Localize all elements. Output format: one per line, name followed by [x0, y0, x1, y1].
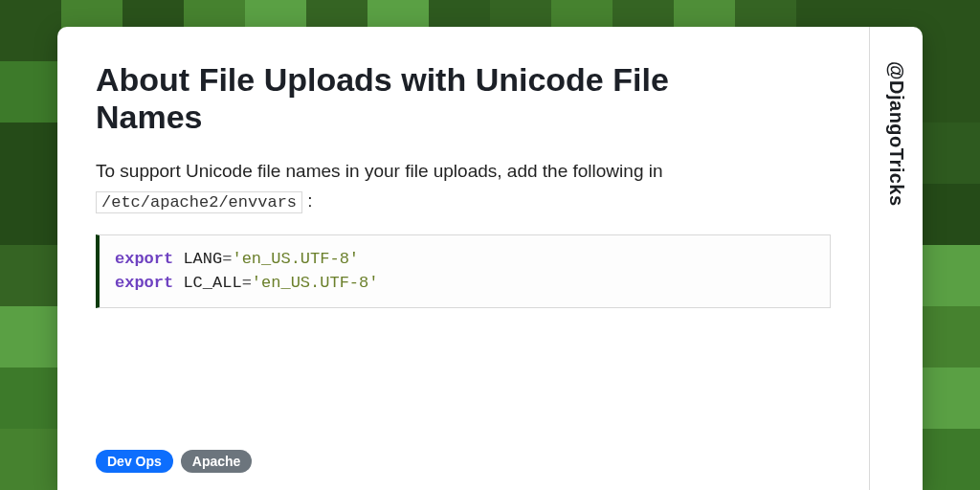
tag-apache[interactable]: Apache [181, 450, 253, 473]
article-card: About File Uploads with Unicode File Nam… [57, 27, 923, 490]
tag-row: Dev OpsApache [96, 450, 252, 473]
code-string: 'en_US.UTF-8' [252, 274, 379, 292]
code-operator: = [242, 274, 252, 292]
article-content: About File Uploads with Unicode File Nam… [57, 27, 869, 490]
sidebar: @DjangoTricks [869, 27, 923, 490]
code-line: export LANG='en_US.UTF-8' [115, 247, 814, 272]
article-lead: To support Unicode file names in your fi… [96, 157, 831, 215]
code-string: 'en_US.UTF-8' [232, 250, 359, 268]
code-identifier: LANG [183, 250, 222, 268]
code-operator: = [222, 250, 232, 268]
code-keyword: export [115, 250, 173, 268]
lead-text-post: : [307, 190, 312, 211]
code-line: export LC_ALL='en_US.UTF-8' [115, 271, 814, 296]
lead-text-pre: To support Unicode file names in your fi… [96, 161, 663, 181]
code-block: export LANG='en_US.UTF-8'export LC_ALL='… [96, 234, 831, 308]
code-keyword: export [115, 274, 173, 292]
article-title: About File Uploads with Unicode File Nam… [96, 61, 757, 136]
author-handle[interactable]: @DjangoTricks [885, 61, 907, 207]
config-path-code: /etc/apache2/envvars [96, 191, 302, 213]
code-identifier: LC_ALL [183, 274, 241, 292]
tag-dev-ops[interactable]: Dev Ops [96, 450, 173, 473]
